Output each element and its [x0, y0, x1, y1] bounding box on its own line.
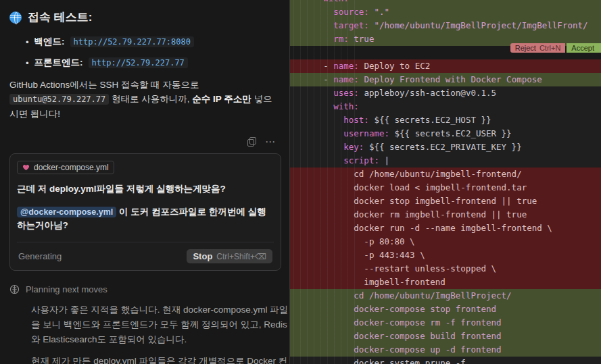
bullet-icon: • [26, 37, 29, 47]
reject-shortcut: Ctrl+N [539, 44, 560, 52]
thinking-section: Planning next moves 사용자가 좋은 지적을 했습니다. 현재… [9, 284, 280, 364]
attachment-chip[interactable]: docker-compose.yml [17, 161, 114, 174]
code-line: docker rm imgbell-frontend || true [290, 208, 601, 222]
app-window: 접속 테스트: • 백엔드: http://52.79.227.77:8080 … [0, 0, 601, 364]
code-line: target: "/home/ubuntu/ImgBellProject/Img… [290, 19, 601, 32]
thinking-paragraph: 사용자가 좋은 지적을 했습니다. 현재 docker-compose.yml … [31, 303, 289, 347]
code-line: -p 80:80 \ [290, 235, 601, 249]
connection-test-heading: 접속 테스트: [9, 9, 280, 25]
code-line: docker-compose build frontend [290, 330, 601, 343]
composer-text-line2[interactable]: @docker-compose.yml 이 도커 컴포즈파일로 한꺼번에 실행하… [17, 205, 274, 232]
copy-icon[interactable] [247, 137, 256, 147]
code-line: username: ${{ secrets.EC2_USER }} [290, 127, 601, 140]
note-bold-text: 순수 IP 주소만 [192, 94, 251, 104]
diff-actions: Reject Ctrl+N Accept [510, 43, 601, 53]
code-line: - name: Deploy Frontend with Docker Comp… [290, 73, 601, 86]
thinking-title: Planning next moves [26, 284, 107, 294]
accept-button[interactable]: Accept [567, 43, 601, 53]
code-line: cd /home/ubuntu/imgbell-frontend/ [290, 167, 601, 181]
code-line: uses: appleboy/ssh-action@v0.1.5 [290, 86, 601, 100]
thinking-header[interactable]: Planning next moves [9, 284, 280, 294]
list-item: • 프론트엔드: http://52.79.227.77 [26, 57, 280, 69]
reject-label: Reject [515, 44, 536, 52]
file-mention-chip[interactable]: @docker-compose.yml [17, 207, 116, 217]
endpoint-label: 백엔드: [34, 36, 65, 48]
chat-input-box[interactable]: docker-compose.yml 근데 저 deploy.yml파일들 저렇… [9, 153, 281, 271]
assistant-note: GitHub Actions에서는 SSH 접속할 때 자동으로 ubuntu@… [9, 78, 281, 121]
code-line: docker run -d --name imgbell-frontend \ [290, 222, 601, 235]
diff-editor-panel[interactable]: with: source: "." target: "/home/ubuntu/… [289, 0, 601, 364]
brain-icon [9, 284, 20, 294]
code-line: docker-compose up -d frontend [290, 343, 601, 357]
message-actions: ⋯ [9, 136, 276, 148]
composer-text-line1[interactable]: 근데 저 deploy.yml파일들 저렇게 실행하는게맞음? [17, 183, 274, 195]
endpoint-label: 프론트엔드: [34, 57, 83, 69]
stop-shortcut: Ctrl+Shift+⌫ [216, 252, 266, 261]
code-line: script: | [290, 154, 601, 167]
code-line: imgbell-frontend [290, 276, 601, 289]
stop-label: Stop [193, 251, 212, 261]
heading-text: 접속 테스트: [28, 9, 92, 25]
reject-button[interactable]: Reject Ctrl+N [510, 43, 566, 53]
code-line: source: "." [290, 5, 601, 19]
endpoint-list: • 백엔드: http://52.79.227.77:8080 • 프론트엔드:… [26, 36, 280, 69]
note-text: GitHub Actions에서는 SSH 접속할 때 자동으로 [9, 80, 199, 90]
code-line: docker stop imgbell-frontend || true [290, 194, 601, 208]
backend-url[interactable]: http://52.79.227.77:8080 [70, 36, 194, 47]
code-line: host: ${{ secrets.EC2_HOST }} [290, 113, 601, 127]
note-text: 형태로 사용하니까, [109, 94, 192, 104]
list-item: • 백엔드: http://52.79.227.77:8080 [26, 36, 280, 48]
code-line: -p 443:443 \ [290, 249, 601, 262]
composer-footer: Generating Stop Ctrl+Shift+⌫ [17, 242, 274, 270]
thinking-paragraph: 현재 제가 만든 deploy.yml 파일들은 각각 개별적으로 Docker… [31, 354, 289, 364]
code-line: docker-compose stop frontend [290, 303, 601, 316]
code-line: docker system prune -f [290, 357, 601, 364]
code-line: --restart unless-stopped \ [290, 262, 601, 276]
code-line: with: [290, 0, 601, 5]
more-options-icon[interactable]: ⋯ [265, 138, 276, 145]
chat-panel: 접속 테스트: • 백엔드: http://52.79.227.77:8080 … [0, 0, 289, 364]
code-line: - name: Deploy to EC2 [290, 59, 601, 73]
bullet-icon: • [26, 58, 29, 68]
code-line: key: ${{ secrets.EC2_PRIVATE_KEY }} [290, 140, 601, 154]
code-line: docker load < imgbell-frontend.tar [290, 181, 601, 194]
attachment-name: docker-compose.yml [34, 163, 109, 172]
code-lines: with: source: "." target: "/home/ubuntu/… [290, 0, 601, 364]
docker-compose-file-icon [22, 164, 30, 172]
frontend-url[interactable]: http://52.79.227.77 [89, 57, 188, 68]
code-line: cd /home/ubuntu/ImgBellProject/ [290, 289, 601, 303]
code-line: docker-compose rm -f frontend [290, 316, 601, 330]
stop-button[interactable]: Stop Ctrl+Shift+⌫ [187, 249, 272, 263]
accept-label: Accept [571, 44, 594, 52]
thinking-body: 사용자가 좋은 지적을 했습니다. 현재 docker-compose.yml … [31, 303, 289, 364]
globe-icon [9, 11, 22, 24]
ssh-user-code: ubuntu@52.79.227.77 [9, 94, 109, 105]
code-line: with: [290, 100, 601, 113]
generating-status: Generating [18, 251, 62, 261]
